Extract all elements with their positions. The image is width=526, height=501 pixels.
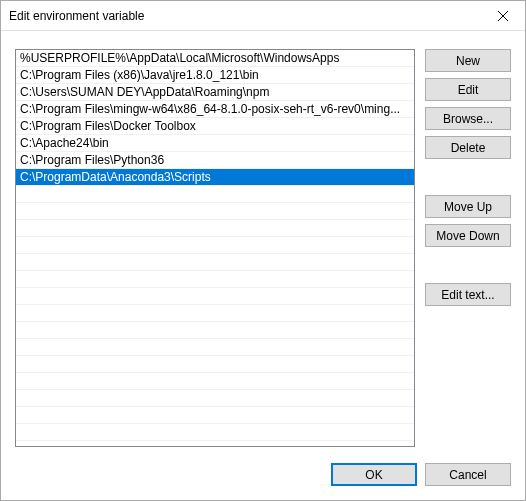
list-empty-row[interactable] [16,237,414,254]
main-row: %USERPROFILE%\AppData\Local\Microsoft\Wi… [15,43,511,451]
close-button[interactable] [480,1,525,30]
list-item[interactable]: C:\Users\SUMAN DEY\AppData\Roaming\npm [16,84,414,101]
list-empty-row[interactable] [16,390,414,407]
ok-button[interactable]: OK [331,463,417,486]
spacer [425,253,511,277]
sidebar-buttons: New Edit Browse... Delete Move Up Move D… [425,49,511,451]
list-empty-row[interactable] [16,356,414,373]
window-title: Edit environment variable [9,9,480,23]
spacer [425,165,511,189]
move-up-button[interactable]: Move Up [425,195,511,218]
list-empty-row[interactable] [16,305,414,322]
footer: OK Cancel [15,463,511,486]
list-empty-row[interactable] [16,424,414,441]
list-item[interactable]: C:\Program Files (x86)\Java\jre1.8.0_121… [16,67,414,84]
list-item[interactable]: C:\Apache24\bin [16,135,414,152]
cancel-button[interactable]: Cancel [425,463,511,486]
list-empty-row[interactable] [16,254,414,271]
list-empty-row[interactable] [16,322,414,339]
list-item[interactable]: C:\ProgramData\Anaconda3\Scripts [16,169,414,186]
list-empty-row[interactable] [16,407,414,424]
edit-text-button[interactable]: Edit text... [425,283,511,306]
list-empty-row[interactable] [16,203,414,220]
path-listbox[interactable]: %USERPROFILE%\AppData\Local\Microsoft\Wi… [15,49,415,447]
list-empty-row[interactable] [16,220,414,237]
list-item[interactable]: C:\Program Files\Docker Toolbox [16,118,414,135]
move-down-button[interactable]: Move Down [425,224,511,247]
list-empty-row[interactable] [16,288,414,305]
dialog-content: %USERPROFILE%\AppData\Local\Microsoft\Wi… [1,31,525,500]
list-empty-row[interactable] [16,271,414,288]
titlebar: Edit environment variable [1,1,525,31]
list-item[interactable]: C:\Program Files\mingw-w64\x86_64-8.1.0-… [16,101,414,118]
browse-button[interactable]: Browse... [425,107,511,130]
close-icon [498,11,508,21]
list-empty-row[interactable] [16,186,414,203]
list-empty-row[interactable] [16,339,414,356]
list-empty-row[interactable] [16,373,414,390]
new-button[interactable]: New [425,49,511,72]
delete-button[interactable]: Delete [425,136,511,159]
list-item[interactable]: C:\Program Files\Python36 [16,152,414,169]
list-item[interactable]: %USERPROFILE%\AppData\Local\Microsoft\Wi… [16,50,414,67]
edit-button[interactable]: Edit [425,78,511,101]
